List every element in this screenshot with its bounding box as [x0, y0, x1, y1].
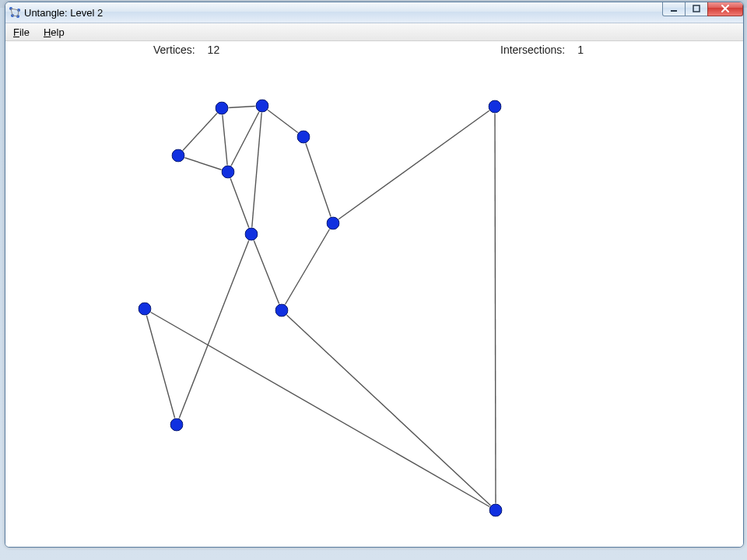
window-title: Untangle: Level 2	[24, 7, 103, 19]
svg-point-28	[170, 418, 183, 431]
graph-vertex[interactable]	[326, 216, 340, 230]
svg-point-32	[489, 504, 502, 516]
graph-edge	[333, 107, 495, 223]
menu-file[interactable]: File	[10, 25, 33, 40]
graph-edge	[178, 108, 222, 156]
menu-file-rest: ile	[19, 26, 30, 38]
stats-row: Vertices: 12 Intersections: 1	[5, 41, 743, 58]
app-icon	[9, 6, 21, 19]
close-button[interactable]	[707, 2, 743, 16]
intersections-label: Intersections:	[500, 44, 565, 56]
svg-point-20	[245, 228, 258, 240]
svg-point-10	[216, 102, 228, 114]
graph-edge	[177, 234, 251, 425]
graph-edge	[178, 156, 228, 172]
graph-edge	[251, 106, 262, 234]
svg-point-26	[139, 303, 151, 315]
svg-point-24	[275, 304, 288, 317]
graph-vertex[interactable]	[170, 418, 184, 432]
graph-vertex[interactable]	[488, 100, 502, 114]
svg-point-12	[256, 100, 268, 112]
graph-vertex[interactable]	[138, 302, 152, 316]
close-icon	[720, 4, 731, 13]
maximize-button[interactable]	[685, 2, 708, 16]
graph-edge	[282, 223, 333, 310]
graph-vertex[interactable]	[244, 227, 258, 241]
graph-edge	[145, 309, 177, 425]
graph-vertex[interactable]	[275, 303, 289, 317]
svg-point-22	[327, 217, 339, 229]
maximize-icon	[692, 4, 701, 13]
minimize-button[interactable]	[662, 2, 686, 16]
graph-edge	[282, 310, 496, 510]
menu-help[interactable]: Help	[40, 25, 68, 40]
graph-edge	[145, 309, 496, 510]
graph-edge	[303, 137, 333, 223]
graph-canvas[interactable]	[5, 58, 743, 547]
svg-point-30	[489, 100, 501, 113]
graph-svg	[5, 58, 743, 547]
menu-file-mnemonic: F	[13, 26, 19, 38]
window-controls	[663, 2, 743, 16]
minimize-icon	[669, 4, 679, 13]
menu-help-rest: elp	[51, 26, 64, 38]
vertices-value: 12	[208, 44, 220, 56]
graph-vertex[interactable]	[215, 101, 229, 115]
graph-vertex[interactable]	[221, 165, 235, 179]
svg-rect-9	[693, 5, 700, 12]
vertices-label: Vertices:	[153, 44, 195, 56]
menu-help-mnemonic: H	[44, 26, 51, 38]
graph-vertex[interactable]	[296, 130, 310, 144]
svg-point-14	[297, 131, 310, 143]
graph-vertex[interactable]	[489, 503, 503, 517]
app-window: Untangle: Level 2 File Help	[5, 2, 744, 548]
intersections-stat: Intersections: 1	[500, 44, 584, 56]
graph-edge	[251, 234, 282, 310]
vertices-stat: Vertices: 12	[153, 44, 219, 56]
graph-edge	[262, 106, 303, 137]
graph-edge	[228, 172, 251, 234]
graph-vertex[interactable]	[255, 99, 269, 113]
menubar: File Help	[5, 23, 743, 41]
graph-vertex[interactable]	[171, 149, 185, 163]
titlebar[interactable]: Untangle: Level 2	[5, 2, 743, 23]
graph-edge	[495, 107, 496, 510]
svg-point-16	[172, 149, 184, 162]
intersections-value: 1	[577, 44, 584, 56]
graph-edge	[222, 108, 228, 172]
svg-point-18	[222, 166, 234, 178]
svg-rect-8	[671, 10, 677, 12]
